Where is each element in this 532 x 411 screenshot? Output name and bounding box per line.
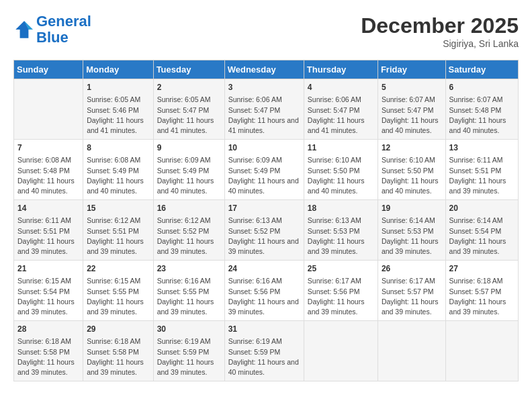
day-info: Sunrise: 6:17 AMSunset: 5:56 PMDaylight:…: [308, 276, 374, 317]
calendar-cell: [378, 321, 445, 381]
day-info: Sunrise: 6:11 AMSunset: 5:51 PMDaylight:…: [449, 155, 515, 196]
day-info: Sunrise: 6:17 AMSunset: 5:57 PMDaylight:…: [382, 276, 442, 317]
day-number: 23: [157, 263, 221, 275]
column-header-wednesday: Wednesday: [224, 60, 304, 79]
day-number: 11: [308, 142, 374, 154]
day-info: Sunrise: 6:12 AMSunset: 5:51 PMDaylight:…: [87, 216, 149, 257]
calendar-cell: 1Sunrise: 6:05 AMSunset: 5:46 PMDaylight…: [83, 79, 153, 140]
day-number: 2: [157, 82, 221, 93]
day-number: 22: [87, 263, 149, 275]
calendar-cell: 9Sunrise: 6:09 AMSunset: 5:49 PMDaylight…: [153, 140, 224, 200]
day-number: 19: [382, 203, 442, 214]
calendar-cell: 7Sunrise: 6:08 AMSunset: 5:48 PMDaylight…: [14, 140, 83, 200]
day-info: Sunrise: 6:12 AMSunset: 5:52 PMDaylight:…: [157, 216, 221, 257]
day-number: 20: [449, 203, 515, 214]
day-number: 5: [382, 82, 442, 93]
column-header-tuesday: Tuesday: [153, 60, 224, 79]
calendar-cell: 30Sunrise: 6:19 AMSunset: 5:59 PMDayligh…: [153, 321, 224, 381]
day-info: Sunrise: 6:05 AMSunset: 5:46 PMDaylight:…: [87, 95, 149, 136]
calendar-cell: 18Sunrise: 6:13 AMSunset: 5:53 PMDayligh…: [304, 200, 378, 261]
day-info: Sunrise: 6:19 AMSunset: 5:59 PMDaylight:…: [228, 336, 300, 377]
day-info: Sunrise: 6:08 AMSunset: 5:49 PMDaylight:…: [87, 155, 149, 196]
day-number: 13: [449, 142, 515, 154]
day-info: Sunrise: 6:15 AMSunset: 5:55 PMDaylight:…: [87, 276, 149, 317]
day-info: Sunrise: 6:07 AMSunset: 5:47 PMDaylight:…: [382, 95, 442, 136]
day-number: 29: [87, 324, 149, 335]
day-number: 28: [17, 324, 79, 335]
day-number: 16: [157, 203, 221, 214]
calendar-cell: 24Sunrise: 6:16 AMSunset: 5:56 PMDayligh…: [224, 261, 304, 321]
calendar-cell: 27Sunrise: 6:18 AMSunset: 5:57 PMDayligh…: [445, 261, 518, 321]
logo-text: General Blue: [36, 13, 91, 46]
calendar-cell: 17Sunrise: 6:13 AMSunset: 5:52 PMDayligh…: [224, 200, 304, 261]
column-header-sunday: Sunday: [14, 60, 83, 79]
calendar-cell: 12Sunrise: 6:10 AMSunset: 5:50 PMDayligh…: [378, 140, 445, 200]
title-block: December 2025 Sigiriya, Sri Lanka: [361, 13, 519, 49]
calendar-week-3: 14Sunrise: 6:11 AMSunset: 5:51 PMDayligh…: [14, 200, 519, 261]
calendar-week-2: 7Sunrise: 6:08 AMSunset: 5:48 PMDaylight…: [14, 140, 519, 200]
day-info: Sunrise: 6:09 AMSunset: 5:49 PMDaylight:…: [228, 155, 300, 196]
calendar-cell: 22Sunrise: 6:15 AMSunset: 5:55 PMDayligh…: [83, 261, 153, 321]
calendar-cell: 8Sunrise: 6:08 AMSunset: 5:49 PMDaylight…: [83, 140, 153, 200]
calendar-cell: [445, 321, 518, 381]
calendar-cell: 16Sunrise: 6:12 AMSunset: 5:52 PMDayligh…: [153, 200, 224, 261]
calendar-table: SundayMondayTuesdayWednesdayThursdayFrid…: [13, 60, 519, 381]
day-info: Sunrise: 6:16 AMSunset: 5:55 PMDaylight:…: [157, 276, 221, 317]
column-header-saturday: Saturday: [445, 60, 518, 79]
calendar-week-4: 21Sunrise: 6:15 AMSunset: 5:54 PMDayligh…: [14, 261, 519, 321]
column-header-thursday: Thursday: [304, 60, 378, 79]
day-info: Sunrise: 6:09 AMSunset: 5:49 PMDaylight:…: [157, 155, 221, 196]
calendar-cell: 14Sunrise: 6:11 AMSunset: 5:51 PMDayligh…: [14, 200, 83, 261]
day-number: 24: [228, 263, 300, 275]
calendar-cell: 19Sunrise: 6:14 AMSunset: 5:53 PMDayligh…: [378, 200, 445, 261]
calendar-week-1: 1Sunrise: 6:05 AMSunset: 5:46 PMDaylight…: [14, 79, 519, 140]
calendar-cell: 11Sunrise: 6:10 AMSunset: 5:50 PMDayligh…: [304, 140, 378, 200]
calendar-cell: 6Sunrise: 6:07 AMSunset: 5:48 PMDaylight…: [445, 79, 518, 140]
day-number: 17: [228, 203, 300, 214]
day-info: Sunrise: 6:15 AMSunset: 5:54 PMDaylight:…: [17, 276, 79, 317]
month-title: December 2025: [361, 13, 519, 38]
day-info: Sunrise: 6:06 AMSunset: 5:47 PMDaylight:…: [308, 95, 374, 136]
day-number: 8: [87, 142, 149, 154]
day-number: 4: [308, 82, 374, 93]
day-info: Sunrise: 6:10 AMSunset: 5:50 PMDaylight:…: [382, 155, 442, 196]
day-info: Sunrise: 6:10 AMSunset: 5:50 PMDaylight:…: [308, 155, 374, 196]
calendar-cell: 25Sunrise: 6:17 AMSunset: 5:56 PMDayligh…: [304, 261, 378, 321]
calendar-cell: 23Sunrise: 6:16 AMSunset: 5:55 PMDayligh…: [153, 261, 224, 321]
logo: General Blue: [13, 13, 91, 46]
day-number: 15: [87, 203, 149, 214]
day-info: Sunrise: 6:19 AMSunset: 5:59 PMDaylight:…: [157, 336, 221, 377]
calendar-cell: 3Sunrise: 6:06 AMSunset: 5:47 PMDaylight…: [224, 79, 304, 140]
day-info: Sunrise: 6:16 AMSunset: 5:56 PMDaylight:…: [228, 276, 300, 317]
day-info: Sunrise: 6:06 AMSunset: 5:47 PMDaylight:…: [228, 95, 300, 136]
calendar-cell: 15Sunrise: 6:12 AMSunset: 5:51 PMDayligh…: [83, 200, 153, 261]
calendar-cell: 29Sunrise: 6:18 AMSunset: 5:58 PMDayligh…: [83, 321, 153, 381]
calendar-cell: [14, 79, 83, 140]
day-info: Sunrise: 6:07 AMSunset: 5:48 PMDaylight:…: [449, 95, 515, 136]
calendar-cell: 21Sunrise: 6:15 AMSunset: 5:54 PMDayligh…: [14, 261, 83, 321]
day-info: Sunrise: 6:14 AMSunset: 5:53 PMDaylight:…: [382, 216, 442, 257]
day-number: 25: [308, 263, 374, 275]
day-number: 30: [157, 324, 221, 335]
calendar-week-5: 28Sunrise: 6:18 AMSunset: 5:58 PMDayligh…: [14, 321, 519, 381]
day-info: Sunrise: 6:13 AMSunset: 5:52 PMDaylight:…: [228, 216, 300, 257]
day-number: 10: [228, 142, 300, 154]
day-info: Sunrise: 6:14 AMSunset: 5:54 PMDaylight:…: [449, 216, 515, 257]
calendar-cell: 10Sunrise: 6:09 AMSunset: 5:49 PMDayligh…: [224, 140, 304, 200]
calendar-cell: 4Sunrise: 6:06 AMSunset: 5:47 PMDaylight…: [304, 79, 378, 140]
day-number: 6: [449, 82, 515, 93]
day-info: Sunrise: 6:13 AMSunset: 5:53 PMDaylight:…: [308, 216, 374, 257]
calendar-cell: 20Sunrise: 6:14 AMSunset: 5:54 PMDayligh…: [445, 200, 518, 261]
day-number: 12: [382, 142, 442, 154]
day-info: Sunrise: 6:11 AMSunset: 5:51 PMDaylight:…: [17, 216, 79, 257]
column-header-friday: Friday: [378, 60, 445, 79]
day-info: Sunrise: 6:05 AMSunset: 5:47 PMDaylight:…: [157, 95, 221, 136]
day-number: 31: [228, 324, 300, 335]
location: Sigiriya, Sri Lanka: [361, 38, 519, 49]
calendar-cell: 28Sunrise: 6:18 AMSunset: 5:58 PMDayligh…: [14, 321, 83, 381]
calendar-cell: 2Sunrise: 6:05 AMSunset: 5:47 PMDaylight…: [153, 79, 224, 140]
page-header: General Blue December 2025 Sigiriya, Sri…: [13, 13, 519, 49]
column-header-monday: Monday: [83, 60, 153, 79]
day-info: Sunrise: 6:18 AMSunset: 5:57 PMDaylight:…: [449, 276, 515, 317]
day-number: 18: [308, 203, 374, 214]
